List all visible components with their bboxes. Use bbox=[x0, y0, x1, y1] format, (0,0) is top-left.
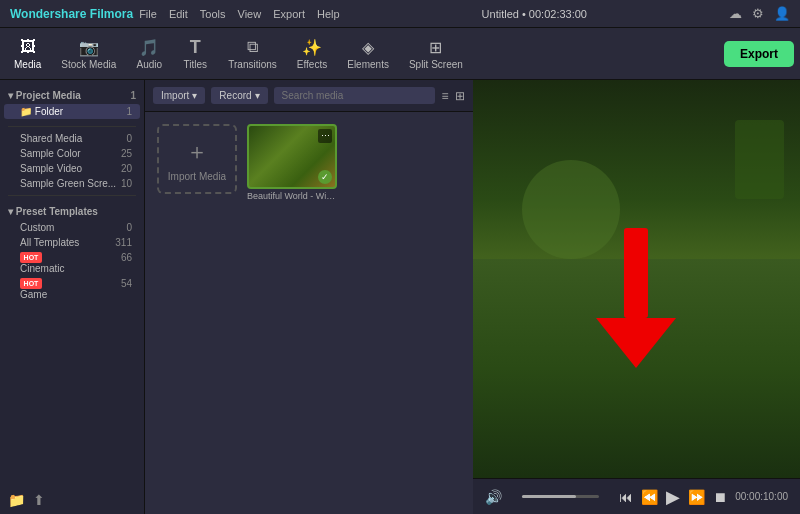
sample-video-count: 20 bbox=[121, 163, 132, 174]
import-button[interactable]: Import ▾ bbox=[153, 87, 205, 104]
window-title: Untitled • 00:02:33:00 bbox=[482, 8, 587, 20]
tab-audio[interactable]: 🎵 Audio bbox=[128, 33, 170, 74]
menu-export[interactable]: Export bbox=[273, 8, 305, 20]
sidebar-section-preset: ▾ Preset Templates Custom 0 All Template… bbox=[0, 200, 144, 305]
game-label: HOT Game bbox=[20, 278, 47, 300]
tab-media-label: Media bbox=[14, 59, 41, 70]
elements-icon: ◈ bbox=[356, 37, 380, 57]
cinematic-count: 66 bbox=[121, 252, 132, 274]
tab-elements-label: Elements bbox=[347, 59, 389, 70]
game-count: 54 bbox=[121, 278, 132, 300]
preset-templates-label: ▾ Preset Templates bbox=[8, 206, 98, 217]
preview-panel: 🔊 ⏮ ⏪ ▶ ⏩ ⏹ 00:00:10:00 bbox=[473, 80, 801, 514]
search-input[interactable] bbox=[274, 87, 436, 104]
sidebar-section-project: ▾ Project Media 1 📁 Folder 1 bbox=[0, 84, 144, 122]
sidebar-item-cinematic[interactable]: HOT Cinematic 66 bbox=[0, 250, 144, 276]
sidebar-item-shared-media[interactable]: Shared Media 0 bbox=[0, 131, 144, 146]
step-forward-button[interactable]: ⏩ bbox=[688, 489, 705, 505]
split-screen-icon: ⊞ bbox=[424, 37, 448, 57]
shared-media-count: 0 bbox=[126, 133, 132, 144]
vol-icon[interactable]: 🔊 bbox=[485, 489, 502, 505]
cinematic-label: HOT Cinematic bbox=[20, 252, 64, 274]
title-bar-left: Wondershare Filmora File Edit Tools View… bbox=[10, 7, 340, 21]
thumb-check-icon: ✓ bbox=[318, 170, 332, 184]
export-button[interactable]: Export bbox=[724, 41, 794, 67]
sidebar-item-all-templates[interactable]: All Templates 311 bbox=[0, 235, 144, 250]
app-logo: Wondershare Filmora bbox=[10, 7, 133, 21]
audio-icon: 🎵 bbox=[137, 37, 161, 57]
filter-icon[interactable]: ≡ bbox=[441, 89, 448, 103]
menu-tools[interactable]: Tools bbox=[200, 8, 226, 20]
sample-video-label: Sample Video bbox=[20, 163, 82, 174]
sidebar-bottom-icons: 📁 ⬆ bbox=[0, 486, 144, 514]
step-back-button[interactable]: ⏪ bbox=[641, 489, 658, 505]
sample-color-count: 25 bbox=[121, 148, 132, 159]
sidebar-item-sample-video[interactable]: Sample Video 20 bbox=[0, 161, 144, 176]
titles-icon: T bbox=[183, 37, 207, 57]
preview-video bbox=[473, 80, 801, 478]
sidebar-divider-1 bbox=[8, 126, 136, 127]
hot-badge-cinematic: HOT bbox=[20, 252, 42, 263]
cloud-icon[interactable]: ☁ bbox=[729, 6, 742, 21]
tab-elements[interactable]: ◈ Elements bbox=[339, 33, 397, 74]
sample-color-label: Sample Color bbox=[20, 148, 81, 159]
shared-media-label: Shared Media bbox=[20, 133, 82, 144]
import-icon[interactable]: ⬆ bbox=[33, 492, 45, 508]
tab-transitions-label: Transitions bbox=[228, 59, 277, 70]
tab-effects-label: Effects bbox=[297, 59, 327, 70]
media-thumb-image-0: ⋯ ✓ bbox=[247, 124, 337, 189]
stock-media-icon: 📷 bbox=[77, 37, 101, 57]
title-bar: Wondershare Filmora File Edit Tools View… bbox=[0, 0, 800, 28]
import-media-label: Import Media bbox=[168, 171, 226, 182]
rewind-button[interactable]: ⏮ bbox=[619, 489, 633, 505]
sidebar: ▾ Project Media 1 📁 Folder 1 Shared Medi… bbox=[0, 80, 145, 514]
transitions-icon: ⧉ bbox=[241, 37, 265, 57]
settings-icon[interactable]: ⚙ bbox=[752, 6, 764, 21]
preview-time-display: 00:00:10:00 bbox=[735, 491, 788, 502]
sidebar-project-media-header[interactable]: ▾ Project Media 1 bbox=[0, 87, 144, 104]
import-media-button[interactable]: ＋ Import Media bbox=[157, 124, 237, 194]
tab-transitions[interactable]: ⧉ Transitions bbox=[220, 33, 285, 74]
effects-icon: ✨ bbox=[300, 37, 324, 57]
sidebar-project-media-label: ▾ Project Media bbox=[8, 90, 81, 101]
media-panel: Import ▾ Record ▾ ≡ ⊞ ＋ Import Media ⋯ ✓… bbox=[145, 80, 473, 514]
menu-edit[interactable]: Edit bbox=[169, 8, 188, 20]
sidebar-item-sample-color[interactable]: Sample Color 25 bbox=[0, 146, 144, 161]
tab-titles[interactable]: T Titles bbox=[174, 33, 216, 74]
user-icon[interactable]: 👤 bbox=[774, 6, 790, 21]
tab-stock-media[interactable]: 📷 Stock Media bbox=[53, 33, 124, 74]
new-folder-icon[interactable]: 📁 bbox=[8, 492, 25, 508]
sidebar-divider-2 bbox=[8, 195, 136, 196]
sidebar-item-custom[interactable]: Custom 0 bbox=[0, 220, 144, 235]
sidebar-folder-label: 📁 Folder bbox=[20, 106, 63, 117]
sidebar-item-game[interactable]: HOT Game 54 bbox=[0, 276, 144, 302]
media-grid: ＋ Import Media ⋯ ✓ Beautiful World - Wil… bbox=[145, 112, 473, 514]
tab-split-screen-label: Split Screen bbox=[409, 59, 463, 70]
grid-icon[interactable]: ⊞ bbox=[455, 89, 465, 103]
sidebar-item-sample-green[interactable]: Sample Green Scre... 10 bbox=[0, 176, 144, 191]
custom-count: 0 bbox=[126, 222, 132, 233]
tab-stock-media-label: Stock Media bbox=[61, 59, 116, 70]
play-button[interactable]: ▶ bbox=[666, 486, 680, 508]
menu-bar: File Edit Tools View Export Help bbox=[139, 8, 339, 20]
media-panel-toolbar: Import ▾ Record ▾ ≡ ⊞ bbox=[145, 80, 473, 112]
hot-badge-game: HOT bbox=[20, 278, 42, 289]
menu-view[interactable]: View bbox=[238, 8, 262, 20]
all-templates-label: All Templates bbox=[20, 237, 79, 248]
media-icon: 🖼 bbox=[16, 37, 40, 57]
sidebar-preset-templates-header[interactable]: ▾ Preset Templates bbox=[0, 203, 144, 220]
menu-file[interactable]: File bbox=[139, 8, 157, 20]
sample-green-label: Sample Green Scre... bbox=[20, 178, 116, 189]
thumb-menu-icon[interactable]: ⋯ bbox=[318, 129, 332, 143]
tab-split-screen[interactable]: ⊞ Split Screen bbox=[401, 33, 471, 74]
volume-slider[interactable] bbox=[522, 495, 600, 498]
record-button[interactable]: Record ▾ bbox=[211, 87, 267, 104]
plus-icon: ＋ bbox=[186, 137, 208, 167]
sidebar-item-folder[interactable]: 📁 Folder 1 bbox=[4, 104, 140, 119]
media-thumbnail-0[interactable]: ⋯ ✓ Beautiful World - Wild A... bbox=[247, 124, 337, 201]
tab-media[interactable]: 🖼 Media bbox=[6, 33, 49, 74]
menu-help[interactable]: Help bbox=[317, 8, 340, 20]
sample-green-count: 10 bbox=[121, 178, 132, 189]
tab-effects[interactable]: ✨ Effects bbox=[289, 33, 335, 74]
stop-button[interactable]: ⏹ bbox=[713, 489, 727, 505]
